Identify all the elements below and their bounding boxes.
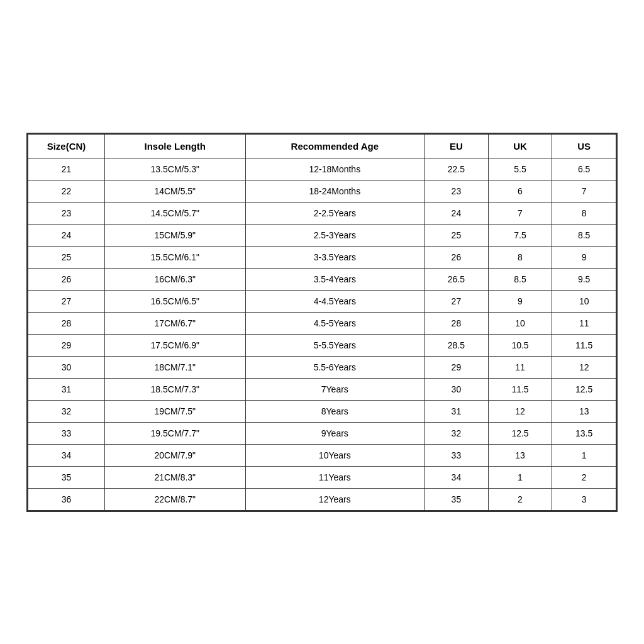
- cell-uk: 2: [488, 488, 552, 510]
- table-header-row: Size(CN)Insole LengthRecommended AgeEUUK…: [28, 134, 616, 158]
- table-row: 2515.5CM/6.1"3-3.5Years2689: [28, 246, 616, 268]
- cell-uk: 12: [488, 400, 552, 422]
- cell-uk: 10.5: [488, 334, 552, 356]
- cell-insole: 19.5CM/7.7": [104, 422, 245, 444]
- col-header-uk: UK: [488, 134, 552, 158]
- cell-eu: 23: [425, 180, 489, 202]
- cell-age: 8Years: [245, 400, 425, 422]
- cell-size: 22: [28, 180, 105, 202]
- cell-uk: 11: [488, 356, 552, 378]
- cell-uk: 5.5: [488, 158, 552, 180]
- col-header-size: Size(CN): [28, 134, 105, 158]
- cell-size: 23: [28, 202, 105, 224]
- table-row: 3018CM/7.1"5.5-6Years291112: [28, 356, 616, 378]
- cell-uk: 11.5: [488, 378, 552, 400]
- table-row: 3118.5CM/7.3"7Years3011.512.5: [28, 378, 616, 400]
- cell-size: 24: [28, 224, 105, 246]
- col-header-eu: EU: [425, 134, 489, 158]
- table-row: 3521CM/8.3"11Years3412: [28, 466, 616, 488]
- cell-us: 2: [552, 466, 616, 488]
- cell-us: 8: [552, 202, 616, 224]
- cell-size: 34: [28, 444, 105, 466]
- cell-eu: 22.5: [425, 158, 489, 180]
- cell-uk: 9: [488, 290, 552, 312]
- cell-us: 7: [552, 180, 616, 202]
- cell-uk: 8: [488, 246, 552, 268]
- cell-insole: 18.5CM/7.3": [104, 378, 245, 400]
- table-row: 3319.5CM/7.7"9Years3212.513.5: [28, 422, 616, 444]
- cell-size: 29: [28, 334, 105, 356]
- cell-size: 30: [28, 356, 105, 378]
- col-header-age: Recommended Age: [245, 134, 425, 158]
- cell-insole: 13.5CM/5.3": [104, 158, 245, 180]
- cell-us: 13.5: [552, 422, 616, 444]
- table-row: 2716.5CM/6.5"4-4.5Years27910: [28, 290, 616, 312]
- cell-eu: 26: [425, 246, 489, 268]
- cell-uk: 10: [488, 312, 552, 334]
- size-chart-container: Size(CN)Insole LengthRecommended AgeEUUK…: [26, 133, 618, 512]
- cell-size: 35: [28, 466, 105, 488]
- cell-size: 21: [28, 158, 105, 180]
- cell-size: 25: [28, 246, 105, 268]
- cell-eu: 31: [425, 400, 489, 422]
- cell-age: 11Years: [245, 466, 425, 488]
- cell-insole: 17.5CM/6.9": [104, 334, 245, 356]
- cell-eu: 32: [425, 422, 489, 444]
- cell-us: 12.5: [552, 378, 616, 400]
- cell-us: 11.5: [552, 334, 616, 356]
- cell-eu: 34: [425, 466, 489, 488]
- cell-eu: 29: [425, 356, 489, 378]
- cell-insole: 18CM/7.1": [104, 356, 245, 378]
- cell-eu: 25: [425, 224, 489, 246]
- table-row: 2415CM/5.9"2.5-3Years257.58.5: [28, 224, 616, 246]
- cell-age: 2.5-3Years: [245, 224, 425, 246]
- table-row: 2616CM/6.3"3.5-4Years26.58.59.5: [28, 268, 616, 290]
- cell-us: 1: [552, 444, 616, 466]
- cell-age: 3-3.5Years: [245, 246, 425, 268]
- cell-age: 12-18Months: [245, 158, 425, 180]
- table-row: 2817CM/6.7"4.5-5Years281011: [28, 312, 616, 334]
- table-row: 2113.5CM/5.3"12-18Months22.55.56.5: [28, 158, 616, 180]
- cell-size: 33: [28, 422, 105, 444]
- cell-age: 18-24Months: [245, 180, 425, 202]
- cell-age: 12Years: [245, 488, 425, 510]
- cell-eu: 28.5: [425, 334, 489, 356]
- cell-us: 8.5: [552, 224, 616, 246]
- cell-uk: 6: [488, 180, 552, 202]
- cell-us: 10: [552, 290, 616, 312]
- cell-eu: 33: [425, 444, 489, 466]
- cell-eu: 35: [425, 488, 489, 510]
- cell-age: 2-2.5Years: [245, 202, 425, 224]
- cell-eu: 27: [425, 290, 489, 312]
- table-row: 2314.5CM/5.7"2-2.5Years2478: [28, 202, 616, 224]
- cell-us: 9.5: [552, 268, 616, 290]
- cell-insole: 14.5CM/5.7": [104, 202, 245, 224]
- table-row: 3219CM/7.5"8Years311213: [28, 400, 616, 422]
- cell-age: 10Years: [245, 444, 425, 466]
- cell-uk: 13: [488, 444, 552, 466]
- cell-eu: 28: [425, 312, 489, 334]
- cell-age: 7Years: [245, 378, 425, 400]
- cell-age: 3.5-4Years: [245, 268, 425, 290]
- cell-insole: 16CM/6.3": [104, 268, 245, 290]
- cell-us: 6.5: [552, 158, 616, 180]
- cell-insole: 21CM/8.3": [104, 466, 245, 488]
- cell-eu: 30: [425, 378, 489, 400]
- cell-age: 4.5-5Years: [245, 312, 425, 334]
- cell-insole: 15.5CM/6.1": [104, 246, 245, 268]
- cell-uk: 1: [488, 466, 552, 488]
- cell-uk: 12.5: [488, 422, 552, 444]
- table-row: 2917.5CM/6.9"5-5.5Years28.510.511.5: [28, 334, 616, 356]
- cell-insole: 22CM/8.7": [104, 488, 245, 510]
- cell-size: 27: [28, 290, 105, 312]
- table-row: 3622CM/8.7"12Years3523: [28, 488, 616, 510]
- cell-size: 32: [28, 400, 105, 422]
- cell-insole: 20CM/7.9": [104, 444, 245, 466]
- cell-size: 28: [28, 312, 105, 334]
- cell-age: 4-4.5Years: [245, 290, 425, 312]
- cell-age: 9Years: [245, 422, 425, 444]
- cell-age: 5.5-6Years: [245, 356, 425, 378]
- cell-age: 5-5.5Years: [245, 334, 425, 356]
- cell-insole: 16.5CM/6.5": [104, 290, 245, 312]
- size-chart-table: Size(CN)Insole LengthRecommended AgeEUUK…: [28, 134, 616, 511]
